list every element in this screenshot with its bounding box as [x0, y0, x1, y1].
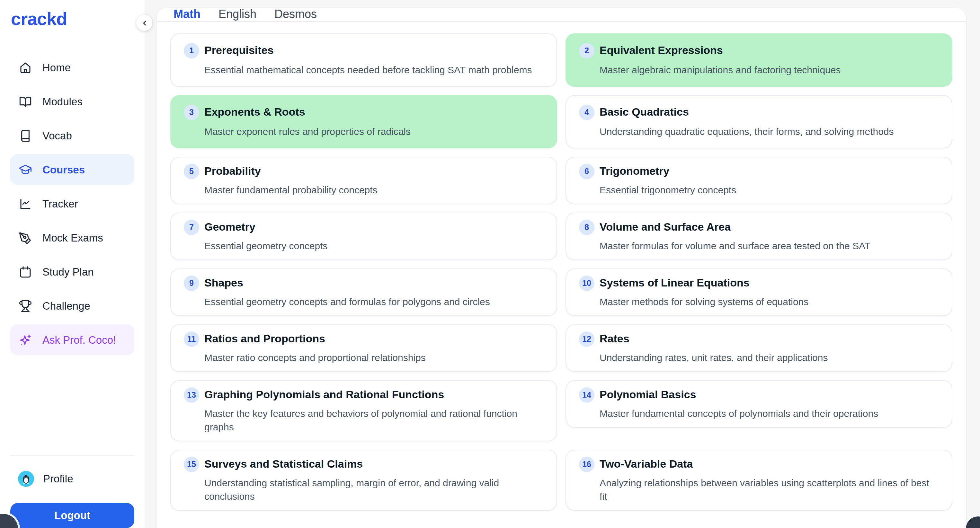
- course-title: Polynomial Basics: [600, 387, 696, 403]
- sidebar-item-label: Ask Prof. Coco!: [42, 334, 116, 346]
- pen-nib-icon: [19, 231, 32, 244]
- course-description: Master ratio concepts and proportional r…: [204, 351, 544, 364]
- sidebar-item-label: Study Plan: [42, 266, 94, 278]
- course-card-header: 16 Two-Variable Data: [579, 457, 939, 472]
- sidebar-item-mock-exams[interactable]: Mock Exams: [10, 222, 134, 253]
- course-card[interactable]: 13 Graphing Polynomials and Rational Fun…: [170, 380, 557, 441]
- course-title: Graphing Polynomials and Rational Functi…: [204, 387, 444, 403]
- course-card[interactable]: 6 Trigonometry Essential trigonometry co…: [565, 157, 952, 204]
- course-card-header: 7 Geometry: [184, 220, 544, 235]
- sidebar-item-label: Courses: [42, 163, 85, 176]
- course-card[interactable]: 8 Volume and Surface Area Master formula…: [565, 212, 952, 260]
- course-card-header: 5 Probability: [184, 164, 544, 179]
- sidebar-item-study-plan[interactable]: Study Plan: [10, 256, 134, 287]
- course-description: Master algebraic manipulations and facto…: [600, 63, 939, 76]
- sidebar-item-label: Vocab: [42, 129, 72, 142]
- course-card[interactable]: 12 Rates Understanding rates, unit rates…: [565, 324, 952, 372]
- course-title: Geometry: [204, 220, 255, 235]
- sidebar-item-tracker[interactable]: Tracker: [10, 188, 134, 219]
- course-card[interactable]: 5 Probability Master fundamental probabi…: [170, 157, 557, 204]
- course-card[interactable]: 7 Geometry Essential geometry concepts: [170, 212, 557, 260]
- course-card-header: 8 Volume and Surface Area: [579, 220, 939, 235]
- course-description: Understanding rates, unit rates, and the…: [600, 351, 939, 364]
- graduation-cap-icon: [19, 163, 32, 176]
- course-title: Ratios and Proportions: [204, 331, 325, 347]
- profile-button[interactable]: Profile: [10, 465, 134, 492]
- sidebar-divider: [10, 455, 134, 456]
- course-description: Master the key features and behaviors of…: [204, 407, 544, 434]
- sidebar-item-home[interactable]: Home: [10, 52, 134, 83]
- course-title: Shapes: [204, 276, 243, 291]
- penguin-avatar: [18, 471, 34, 487]
- course-description: Master exponent rules and properties of …: [204, 125, 544, 138]
- course-title: Surveys and Statistical Claims: [204, 457, 363, 472]
- course-card[interactable]: 1 Prerequisites Essential mathematical c…: [170, 33, 557, 87]
- sidebar-item-modules[interactable]: Modules: [10, 86, 134, 117]
- course-title: Systems of Linear Equations: [600, 276, 749, 291]
- course-title: Volume and Surface Area: [600, 220, 731, 235]
- tab-desmos[interactable]: Desmos: [274, 8, 317, 21]
- course-card[interactable]: 10 Systems of Linear Equations Master me…: [565, 268, 952, 316]
- course-card[interactable]: 4 Basic Quadratics Understanding quadrat…: [565, 95, 952, 148]
- course-number-badge: 13: [184, 387, 199, 403]
- trophy-icon: [19, 299, 32, 312]
- course-description: Understanding statistical sampling, marg…: [204, 476, 544, 503]
- sidebar-item-courses[interactable]: Courses: [10, 154, 134, 185]
- tab-english[interactable]: English: [218, 8, 256, 21]
- app-logo: crackd: [11, 10, 145, 28]
- course-description: Master fundamental probability concepts: [204, 183, 544, 197]
- course-card[interactable]: 16 Two-Variable Data Analyzing relations…: [565, 450, 952, 511]
- course-card-header: 6 Trigonometry: [579, 164, 939, 179]
- penguin-icon: [20, 473, 32, 485]
- course-number-badge: 12: [579, 331, 594, 347]
- course-card[interactable]: 9 Shapes Essential geometry concepts and…: [170, 268, 557, 316]
- course-number-badge: 7: [184, 220, 199, 235]
- course-number-badge: 10: [579, 276, 594, 291]
- course-number-badge: 1: [184, 43, 199, 59]
- course-title: Rates: [600, 331, 630, 347]
- sidebar-nav: Home Modules Vocab Courses Tracker Mock …: [0, 52, 145, 358]
- sidebar-item-label: Home: [42, 61, 71, 73]
- corner-widget-peek-right[interactable]: [966, 517, 980, 528]
- course-number-badge: 9: [184, 276, 199, 291]
- course-title: Exponents & Roots: [204, 105, 305, 120]
- course-card-header: 9 Shapes: [184, 276, 544, 291]
- sidebar-item-challenge[interactable]: Challenge: [10, 290, 134, 321]
- course-card[interactable]: 11 Ratios and Proportions Master ratio c…: [170, 324, 557, 372]
- sidebar-item-label: Mock Exams: [42, 231, 103, 244]
- course-card[interactable]: 15 Surveys and Statistical Claims Unders…: [170, 450, 557, 511]
- sidebar-item-ask-prof-coco[interactable]: Ask Prof. Coco!: [10, 324, 134, 355]
- course-description: Master formulas for volume and surface a…: [600, 239, 939, 252]
- course-title: Basic Quadratics: [600, 105, 689, 120]
- book-icon: [19, 129, 32, 142]
- course-card[interactable]: 14 Polynomial Basics Master fundamental …: [565, 380, 952, 428]
- sidebar-spacer: [0, 358, 145, 455]
- course-description: Essential geometry concepts: [204, 239, 544, 252]
- course-card[interactable]: 3 Exponents & Roots Master exponent rule…: [170, 95, 557, 148]
- sparkles-icon: [19, 333, 32, 347]
- course-description: Essential geometry concepts and formulas…: [204, 295, 544, 308]
- course-description: Master fundamental concepts of polynomia…: [600, 407, 939, 420]
- course-card-header: 4 Basic Quadratics: [579, 105, 939, 120]
- course-number-badge: 4: [579, 105, 594, 120]
- course-title: Probability: [204, 164, 261, 179]
- sidebar-item-label: Modules: [42, 95, 83, 108]
- home-icon: [19, 61, 32, 74]
- course-description: Analyzing relationships between variable…: [600, 476, 939, 503]
- tab-math[interactable]: Math: [173, 8, 200, 21]
- course-description: Understanding quadratic equations, their…: [600, 125, 939, 138]
- sidebar-collapse-button[interactable]: [136, 15, 152, 31]
- course-number-badge: 15: [184, 457, 199, 472]
- course-description: Essential trigonometry concepts: [600, 183, 939, 197]
- course-card[interactable]: 2 Equivalent Expressions Master algebrai…: [565, 33, 952, 87]
- course-number-badge: 6: [579, 164, 594, 179]
- course-description: Essential mathematical concepts needed b…: [204, 63, 544, 76]
- course-number-badge: 8: [579, 220, 594, 235]
- book-open-icon: [19, 95, 32, 108]
- course-description: Master methods for solving systems of eq…: [600, 295, 939, 308]
- sidebar-item-vocab[interactable]: Vocab: [10, 120, 134, 151]
- logout-button[interactable]: Logout: [10, 503, 134, 528]
- course-card-header: 10 Systems of Linear Equations: [579, 276, 939, 291]
- sidebar-item-label: Tracker: [42, 198, 78, 210]
- course-title: Trigonometry: [600, 164, 669, 179]
